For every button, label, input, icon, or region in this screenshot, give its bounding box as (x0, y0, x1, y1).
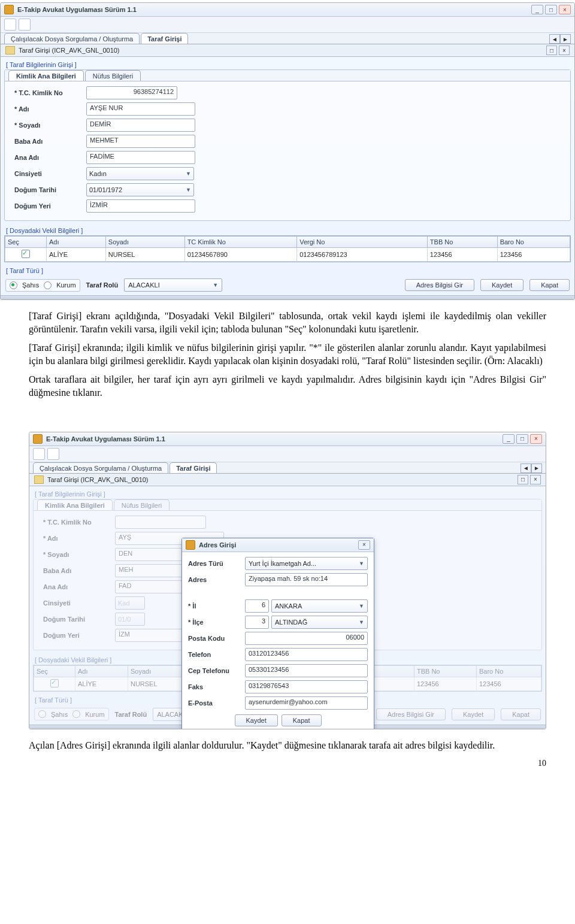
chevron-down-icon: ▼ (359, 561, 364, 566)
label-ilce: * İlçe (188, 619, 245, 626)
label-cep: Cep Telefonu (188, 667, 245, 674)
toolbar-icon-2[interactable] (47, 448, 59, 460)
input-faks[interactable]: 03129876543 (245, 680, 368, 693)
kimlik-panel: Kimlik Ana Bilgileri Nüfus Bilgileri * T… (4, 69, 571, 221)
toolbar (29, 446, 546, 462)
dialog-titlebar: Adres Girişi × (182, 538, 374, 552)
dialog-body: Adres TürüYurt İçi İkametgah Ad...▼ Adre… (182, 552, 374, 712)
screenshot-adres-girisi: E-Takip Avukat Uygulaması Sürüm 1.1 _ □ … (29, 432, 546, 729)
tab-prev-icon[interactable]: ◄ (520, 463, 531, 473)
btn-adres-bilgisi-gir[interactable]: Adres Bilgisi Gir (405, 279, 474, 291)
chevron-down-icon: ▼ (213, 282, 218, 288)
paragraph-4: Açılan [Adres Girişi] ekranında ilgili a… (29, 739, 546, 752)
tab-next-icon[interactable]: ► (560, 34, 571, 44)
tab-dosya-sorgulama[interactable]: Çalışılacak Dosya Sorgulama / Oluşturma (4, 33, 140, 44)
dialog-close-icon[interactable]: × (358, 540, 370, 550)
input-ana[interactable]: FADİME (86, 151, 195, 164)
module-title: Taraf Girişi (ICR_AVK_GNL_0010) (19, 47, 120, 54)
input-tc[interactable]: 96385274112 (86, 86, 177, 99)
btn-kaydet[interactable]: Kaydet (480, 279, 523, 291)
close-button[interactable]: × (530, 434, 542, 444)
screenshot-taraf-girisi: E-Takip Avukat Uygulaması Sürüm 1.1 _ □ … (0, 2, 575, 300)
module-title: Taraf Girişi (ICR_AVK_GNL_0010) (47, 476, 149, 483)
select-taraf-rolu[interactable]: ALACAKLI▼ (124, 278, 222, 292)
section-vekil-label: [ Dosyadaki Vekil Bilgileri ] (6, 227, 571, 234)
input-dogum-yeri[interactable]: İZMİR (86, 199, 195, 213)
label-telefon: Telefon (188, 651, 245, 658)
col-vergi: Vergi No (297, 237, 428, 248)
itab-nufus: Nüfus Bilgileri (114, 499, 170, 510)
col-adi: Adı (47, 237, 106, 248)
btn-kapat[interactable]: Kapat (529, 279, 570, 291)
col-tc: TC Kimlik No (184, 237, 297, 248)
checkbox-sec[interactable] (22, 250, 30, 258)
itab-nufus[interactable]: Nüfus Bilgileri (85, 70, 141, 81)
label-posta: Posta Kodu (188, 635, 245, 642)
page-number: 10 (29, 759, 546, 768)
input-posta[interactable]: 06000 (245, 632, 368, 645)
minimize-button[interactable]: _ (531, 5, 543, 14)
input-soyadi[interactable]: DEMİR (86, 119, 195, 132)
dialog-title: Adres Girişi (199, 541, 356, 549)
toolbar-icon-2[interactable] (19, 19, 31, 31)
tab-dosya-sorgulama[interactable]: Çalışılacak Dosya Sorgulama / Oluşturma (33, 462, 168, 473)
table-row[interactable]: ALİYE NURSEL 01234567890 0123456789123 1… (5, 248, 570, 262)
input-baba[interactable]: MEHMET (86, 135, 195, 148)
label-adres-turu: Adres Türü (188, 560, 245, 567)
chevron-down-icon: ▼ (359, 603, 364, 609)
input-telefon[interactable]: 03120123456 (245, 648, 368, 661)
input-adres[interactable]: Ziyapaşa mah. 59 sk no:14 (245, 573, 368, 586)
label-baba: Baba Adı (14, 138, 86, 145)
maximize-button[interactable]: □ (545, 5, 557, 14)
label-dogum-tarihi: Doğum Tarihi (14, 186, 86, 193)
paragraph-2: [Taraf Girişi] ekranında; ilgili kimlik … (29, 341, 546, 367)
input-il-code[interactable]: 6 (245, 599, 269, 613)
module-icon (5, 46, 15, 54)
module-close-icon[interactable]: × (559, 46, 570, 55)
app-icon (4, 5, 14, 14)
toolbar-icon-1[interactable] (4, 19, 16, 31)
tab-taraf-girisi[interactable]: Taraf Girişi (141, 33, 188, 44)
input-ilce-code[interactable]: 3 (245, 616, 269, 629)
radio-kurum[interactable] (44, 281, 52, 289)
main-tabs: Çalışılacak Dosya Sorgulama / Oluşturma … (1, 33, 574, 44)
select-ilce[interactable]: ALTINDAĞ▼ (271, 616, 368, 629)
itab-kimlik[interactable]: Kimlik Ana Bilgileri (8, 70, 84, 81)
label-adi: * Adı (14, 105, 86, 113)
inner-tabs: Kimlik Ana Bilgileri Nüfus Bilgileri (5, 70, 570, 81)
section-taraf-bilgi-label: [ Taraf Bilgilerinin Girişi ] (35, 490, 542, 498)
datepicker-dogum[interactable]: 01/01/1972▼ (86, 183, 194, 196)
toolbar-icon-1[interactable] (33, 448, 45, 460)
label-il: * İl (188, 602, 245, 610)
inner-tabs: Kimlik Ana Bilgileri Nüfus Bilgileri (34, 499, 541, 511)
maximize-button[interactable]: □ (516, 434, 528, 444)
minimize-button[interactable]: _ (503, 434, 515, 444)
input-cep[interactable]: 05330123456 (245, 664, 368, 677)
close-button[interactable]: × (559, 5, 571, 14)
label-soyadi: * Soyadı (14, 122, 86, 129)
module-bar: Taraf Girişi (ICR_AVK_GNL_0010) □ × (29, 474, 546, 486)
vekil-section: [ Dosyadaki Vekil Bilgileri ] Seç Adı So… (4, 227, 571, 262)
radio-sahis[interactable] (10, 281, 17, 289)
form-panel-dimmed: [ Taraf Bilgilerinin Girişi ] Kimlik Ana… (29, 486, 546, 725)
select-adres-turu[interactable]: Yurt İçi İkametgah Ad...▼ (245, 557, 368, 570)
chevron-down-icon: ▼ (359, 619, 364, 625)
input-eposta[interactable]: aysenurdemir@yahoo.com (245, 696, 368, 710)
input-adi[interactable]: AYŞE NUR (86, 102, 195, 116)
tab-prev-icon[interactable]: ◄ (549, 34, 560, 44)
tab-taraf-girisi[interactable]: Taraf Girişi (170, 462, 217, 473)
dlg-btn-kaydet[interactable]: Kaydet (235, 714, 278, 726)
paragraph-3: Ortak taraflara ait bilgiler, her taraf … (29, 373, 546, 399)
form-panel: [ Taraf Bilgilerinin Girişi ] Kimlik Ana… (1, 57, 574, 295)
label-adres: Adres (188, 576, 245, 583)
module-maximize-icon[interactable]: □ (518, 475, 528, 484)
select-il[interactable]: ANKARA▼ (271, 599, 368, 613)
form-area: * T.C. Kimlik No96385274112 * AdıAYŞE NU… (5, 81, 570, 217)
module-maximize-icon[interactable]: □ (546, 46, 557, 55)
dlg-btn-kapat[interactable]: Kapat (282, 714, 322, 726)
section-taraf-bilgi-label: [ Taraf Bilgilerinin Girişi ] (6, 61, 571, 68)
select-cinsiyet[interactable]: Kadın▼ (86, 167, 194, 180)
tab-next-icon[interactable]: ► (531, 463, 542, 473)
module-close-icon[interactable]: × (530, 475, 541, 484)
col-tbb: TBB No (427, 237, 497, 248)
